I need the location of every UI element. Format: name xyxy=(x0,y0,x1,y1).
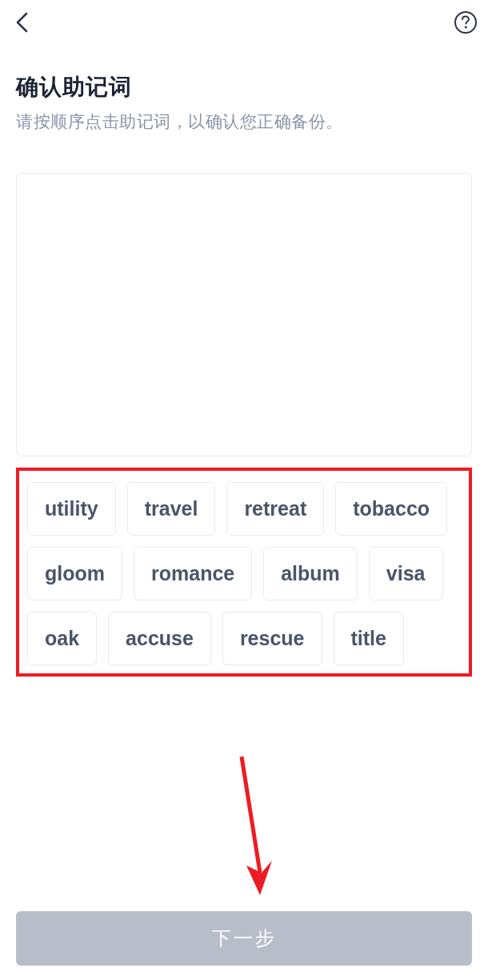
word-chip[interactable]: gloom xyxy=(27,547,122,600)
help-icon xyxy=(454,10,478,34)
arrow-annotation xyxy=(232,753,288,905)
word-chip[interactable]: travel xyxy=(127,482,216,536)
svg-point-1 xyxy=(465,26,467,29)
chevron-left-icon xyxy=(14,11,31,34)
word-chip[interactable]: romance xyxy=(134,547,252,600)
page-title: 确认助记词 xyxy=(16,72,472,102)
back-button[interactable] xyxy=(10,10,35,35)
header-bar xyxy=(0,0,488,45)
selected-words-area[interactable] xyxy=(16,173,472,456)
word-chip[interactable]: retreat xyxy=(226,482,324,536)
word-chip[interactable]: visa xyxy=(369,547,443,600)
mnemonic-words-container: utility travel retreat tobacco gloom rom… xyxy=(16,468,472,677)
word-chip[interactable]: utility xyxy=(27,482,116,536)
word-chip[interactable]: oak xyxy=(27,612,97,665)
word-chip[interactable]: tobacco xyxy=(335,482,447,536)
word-chip[interactable]: accuse xyxy=(108,612,211,665)
help-button[interactable] xyxy=(453,10,478,35)
main-content: 确认助记词 请按顺序点击助记词，以确认您正确备份。 utility travel… xyxy=(0,45,488,677)
page-subtitle: 请按顺序点击助记词，以确认您正确备份。 xyxy=(16,110,472,133)
next-button-label: 下一步 xyxy=(212,926,277,951)
word-chip[interactable]: title xyxy=(334,612,404,665)
svg-marker-3 xyxy=(246,861,272,895)
svg-line-2 xyxy=(242,757,260,873)
word-chip[interactable]: album xyxy=(263,547,358,600)
next-button[interactable]: 下一步 xyxy=(16,911,472,966)
word-chip[interactable]: rescue xyxy=(222,612,322,665)
